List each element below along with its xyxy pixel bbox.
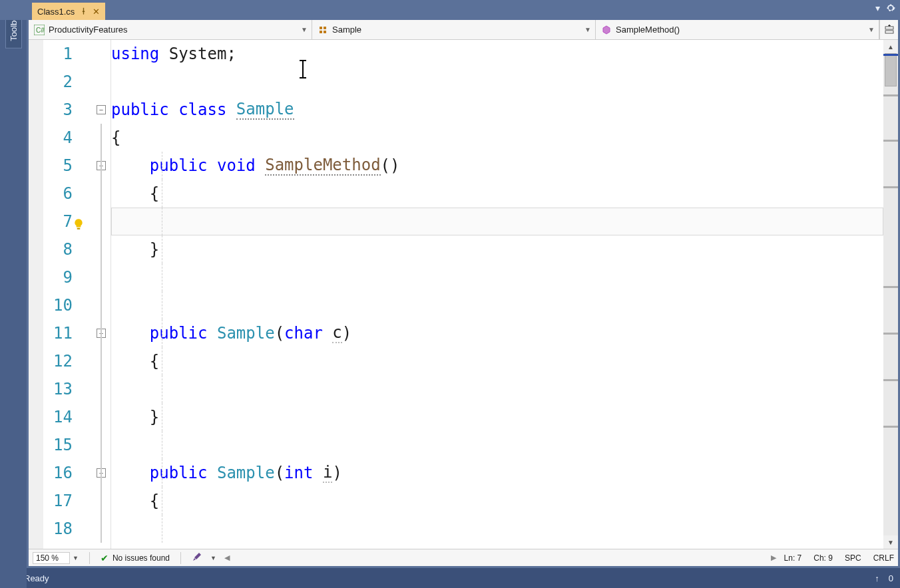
scroll-caret-mark <box>883 54 898 56</box>
nav-member-dropdown[interactable]: SampleMethod() ▼ <box>596 20 879 39</box>
fold-cell <box>91 487 111 515</box>
fold-cell: − <box>91 319 111 347</box>
line-number: 15 <box>43 431 82 459</box>
insert-mode[interactable]: SPC <box>845 553 861 563</box>
line-number: 7 <box>43 208 82 235</box>
svg-rect-2 <box>885 27 893 29</box>
code-line[interactable]: public class Sample <box>111 96 883 124</box>
editor-container: C# ProductivityFeatures ▼ Sample ▼ Sampl… <box>27 20 900 568</box>
tab-overflow-icon[interactable]: ▾ <box>875 3 880 15</box>
line-number: 10 <box>43 291 82 319</box>
fold-cell <box>91 347 111 375</box>
scroll-marker <box>883 94 898 96</box>
chevron-down-icon[interactable]: ▼ <box>210 555 216 561</box>
nav-class-dropdown[interactable]: Sample ▼ <box>312 20 596 39</box>
tab-strip: Class1.cs ✕ ▾ <box>0 0 900 20</box>
code-line[interactable] <box>111 375 883 403</box>
scroll-down-icon[interactable]: ▼ <box>883 535 898 549</box>
status-bar: Ready ↑ 0 <box>0 568 900 588</box>
notification-count[interactable]: 0 <box>889 573 893 583</box>
nav-project-dropdown[interactable]: C# ProductivityFeatures ▼ <box>29 20 312 39</box>
scroll-marker <box>883 186 898 188</box>
issues-text: No issues found <box>112 553 170 563</box>
fold-cell: − <box>91 152 111 180</box>
code-line[interactable]: { <box>111 347 883 375</box>
file-tab-active[interactable]: Class1.cs ✕ <box>32 3 105 20</box>
line-number: 16 <box>43 459 82 487</box>
nav-member-label: SampleMethod() <box>616 25 680 35</box>
split-editor-button[interactable] <box>879 20 898 39</box>
line-number: 2 <box>43 68 82 96</box>
gear-icon[interactable] <box>885 3 896 15</box>
chevron-down-icon[interactable]: ▼ <box>73 555 79 561</box>
publish-icon[interactable]: ↑ <box>875 573 879 583</box>
code-line[interactable]: { <box>111 487 883 515</box>
code-line[interactable]: { <box>111 124 883 152</box>
code-line[interactable]: public void SampleMethod() <box>111 152 883 180</box>
scroll-thumb[interactable] <box>885 53 897 86</box>
nav-project-label: ProductivityFeatures <box>49 25 128 35</box>
zoom-control[interactable]: 150 % ▼ <box>33 552 79 564</box>
scroll-left-icon[interactable]: ◀ <box>224 553 230 562</box>
line-number: 11 <box>43 319 82 347</box>
brush-icon[interactable] <box>192 551 202 564</box>
fold-cell <box>91 180 111 208</box>
code-line[interactable] <box>111 68 883 96</box>
csharp-icon: C# <box>34 25 45 35</box>
editor-body: 123456789101112131415161718 −−−− using S… <box>29 40 898 549</box>
chevron-down-icon: ▼ <box>301 26 308 33</box>
line-number: 8 <box>43 235 82 263</box>
svg-rect-4 <box>77 228 81 229</box>
code-line[interactable]: } <box>111 235 883 263</box>
breakpoint-gutter[interactable] <box>29 40 43 549</box>
chevron-down-icon: ▼ <box>868 26 875 33</box>
code-line[interactable]: { <box>111 180 883 208</box>
horizontal-scrollbar[interactable]: ◀ ▶ <box>224 553 776 563</box>
method-icon <box>601 25 612 35</box>
scroll-up-icon[interactable]: ▲ <box>883 40 898 53</box>
close-icon[interactable]: ✕ <box>93 7 100 17</box>
tab-strip-controls: ▾ <box>875 3 896 15</box>
fold-cell: − <box>91 459 111 487</box>
code-line[interactable] <box>111 515 883 543</box>
line-number-gutter: 123456789101112131415161718 <box>43 40 91 549</box>
scroll-track[interactable] <box>883 53 898 535</box>
class-icon <box>318 25 328 35</box>
line-number: 17 <box>43 487 82 515</box>
fold-toggle[interactable]: − <box>97 105 106 114</box>
scroll-right-icon[interactable]: ▶ <box>771 553 776 562</box>
code-area[interactable]: using System;public class Sample{ public… <box>111 40 883 549</box>
code-line[interactable]: public Sample(int i) <box>111 459 883 487</box>
lightbulb-icon[interactable] <box>73 216 85 234</box>
scroll-marker <box>883 426 898 428</box>
issues-indicator[interactable]: ✔ No issues found <box>101 553 170 563</box>
fold-cell <box>91 40 111 68</box>
vertical-scrollbar[interactable]: ▲ ▼ <box>883 40 898 549</box>
line-number: 3 <box>43 96 82 124</box>
scroll-marker <box>883 140 898 142</box>
code-line[interactable]: } <box>111 403 883 431</box>
code-line[interactable]: public Sample(char c) <box>111 319 883 347</box>
zoom-value[interactable]: 150 % <box>33 552 70 564</box>
code-line[interactable] <box>111 291 883 319</box>
code-line[interactable] <box>111 263 883 291</box>
hscroll-track[interactable] <box>231 553 770 563</box>
line-number: 6 <box>43 180 82 208</box>
code-line[interactable]: using System; <box>111 40 883 68</box>
line-number: 12 <box>43 347 82 375</box>
scroll-marker <box>883 379 898 381</box>
code-line[interactable] <box>111 431 883 459</box>
check-icon: ✔ <box>101 553 109 563</box>
fold-cell <box>91 515 111 543</box>
separator <box>180 552 181 564</box>
fold-cell <box>91 208 111 235</box>
code-line[interactable] <box>111 208 883 235</box>
fold-cell <box>91 68 111 96</box>
line-ending[interactable]: CRLF <box>873 553 894 563</box>
pin-icon[interactable] <box>80 7 87 16</box>
cursor-col[interactable]: Ch: 9 <box>813 553 833 563</box>
fold-cell <box>91 431 111 459</box>
nav-class-label: Sample <box>332 25 361 35</box>
fold-cell: − <box>91 96 111 124</box>
cursor-line[interactable]: Ln: 7 <box>784 553 802 563</box>
